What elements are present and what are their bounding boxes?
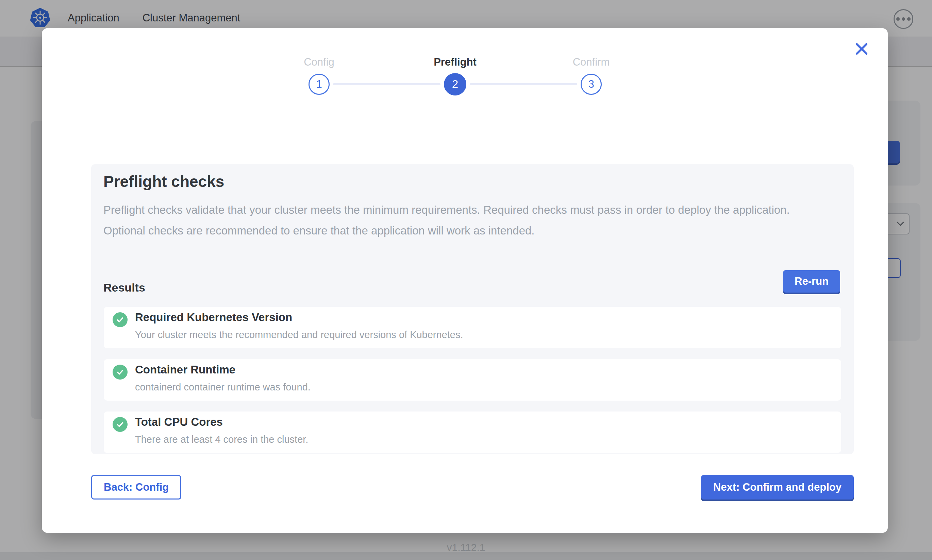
check-circle-icon xyxy=(113,365,128,380)
preflight-panel: Preflight checks Preflight checks valida… xyxy=(91,164,854,454)
check-message: There are at least 4 cores in the cluste… xyxy=(135,434,308,445)
rerun-button[interactable]: Re-run xyxy=(783,270,840,292)
modal-description: Preflight checks validate that your clus… xyxy=(103,200,821,241)
check-title: Required Kubernetes Version xyxy=(135,311,292,324)
step-connector xyxy=(470,83,577,85)
step-label-preflight: Preflight xyxy=(411,56,499,68)
check-circle-icon xyxy=(113,417,128,432)
back-config-button[interactable]: Back: Config xyxy=(91,475,181,500)
close-icon[interactable] xyxy=(855,42,869,56)
step-label-config: Config xyxy=(275,56,363,68)
check-row-total-cpu-cores: Total CPU Cores There are at least 4 cor… xyxy=(104,411,841,453)
preflight-modal: Config Preflight Confirm 1 2 3 Preflight… xyxy=(42,28,888,533)
check-row-kubernetes-version: Required Kubernetes Version Your cluster… xyxy=(104,307,841,348)
step-connector xyxy=(333,83,440,85)
next-confirm-deploy-button[interactable]: Next: Confirm and deploy xyxy=(701,475,854,500)
step-circle-config[interactable]: 1 xyxy=(309,74,330,95)
check-circle-icon xyxy=(113,312,128,327)
check-title: Total CPU Cores xyxy=(135,415,223,429)
results-heading: Results xyxy=(103,281,145,294)
check-message: containerd container runtime was found. xyxy=(135,382,310,393)
step-circle-confirm[interactable]: 3 xyxy=(581,74,602,95)
step-label-confirm: Confirm xyxy=(547,56,636,68)
step-circle-preflight[interactable]: 2 xyxy=(444,73,466,95)
check-title: Container Runtime xyxy=(135,363,235,376)
modal-title: Preflight checks xyxy=(103,172,224,191)
check-message: Your cluster meets the recommended and r… xyxy=(135,329,463,340)
check-row-container-runtime: Container Runtime containerd container r… xyxy=(104,359,841,401)
